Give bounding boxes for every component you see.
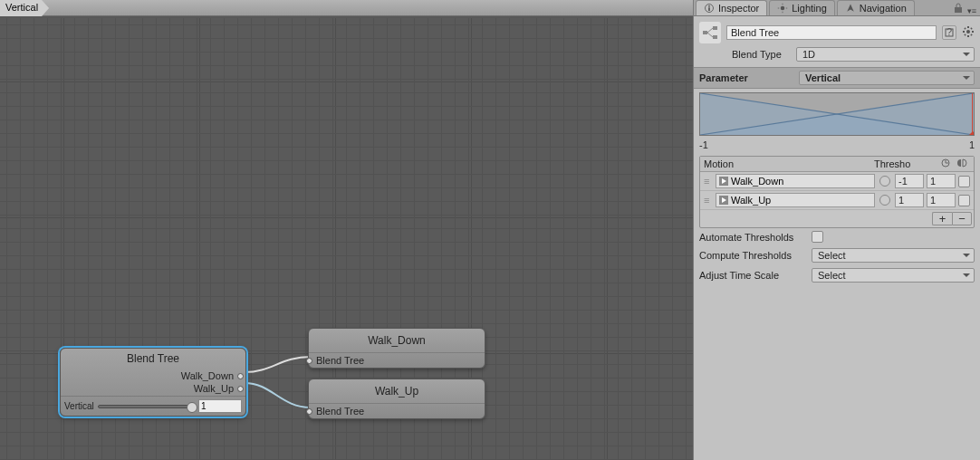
motion-row: ≡ Walk_Up	[700, 191, 974, 210]
panel-menu-icon[interactable]: ▾≡	[967, 6, 976, 15]
slider-thumb-icon[interactable]	[187, 402, 197, 413]
svg-line-20	[971, 34, 972, 35]
object-picker-button[interactable]	[879, 176, 890, 187]
port-dot-icon[interactable]	[306, 408, 312, 415]
tab-inspector[interactable]: Inspector	[696, 0, 767, 15]
motion-list: Motion Thresho ≡ Walk_Down ≡ Walk_Up	[699, 156, 975, 228]
svg-line-19	[965, 28, 966, 29]
parameter-label: Parameter	[699, 72, 799, 83]
node-title: Walk_Down	[309, 329, 485, 352]
svg-line-22	[971, 28, 972, 29]
help-button[interactable]: ?	[942, 25, 956, 40]
object-name-input[interactable]	[726, 25, 937, 40]
speed-input[interactable]	[927, 193, 956, 207]
info-icon	[704, 3, 715, 14]
svg-rect-11	[713, 35, 717, 39]
tab-navigation[interactable]: Navigation	[837, 0, 915, 15]
automate-checkbox[interactable]	[812, 231, 823, 243]
svg-line-21	[965, 34, 966, 35]
threshold-input[interactable]	[895, 174, 924, 188]
svg-point-14	[966, 30, 970, 34]
compute-label: Compute Thresholds	[699, 250, 808, 261]
port-dot-icon[interactable]	[306, 358, 312, 364]
node-title: Blend Tree	[61, 349, 245, 370]
add-motion-button[interactable]: +	[932, 212, 952, 225]
mirror-checkbox[interactable]	[958, 195, 970, 206]
node-value-input[interactable]	[198, 399, 242, 413]
inspector-panel: Inspector Lighting Navigation ▾≡ ? Blend…	[693, 0, 980, 460]
threshold-input[interactable]	[895, 193, 924, 207]
motion-field[interactable]: Walk_Down	[716, 174, 875, 188]
adjust-dropdown[interactable]: Select	[812, 268, 975, 283]
node-title: Walk_Up	[309, 379, 485, 403]
lock-icon[interactable]	[953, 3, 964, 14]
blend-type-dropdown[interactable]: 1D	[796, 47, 975, 62]
node-port: Walk_Down	[61, 370, 245, 383]
motion-field[interactable]: Walk_Up	[716, 193, 875, 207]
drag-handle-icon[interactable]: ≡	[704, 195, 713, 206]
node-port: Walk_Up	[61, 383, 245, 396]
range-max: 1	[969, 139, 975, 150]
motion-row: ≡ Walk_Down	[700, 172, 974, 191]
mirror-icon	[954, 158, 970, 169]
compute-dropdown[interactable]: Select	[812, 248, 975, 263]
tab-label: Navigation	[860, 3, 907, 14]
node-sub: Blend Tree	[309, 352, 485, 368]
blend-marker[interactable]	[972, 93, 973, 135]
breadcrumb-current[interactable]: Vertical	[0, 0, 49, 16]
node-slider[interactable]	[98, 405, 195, 408]
timescale-icon	[937, 158, 954, 169]
parameter-dropdown[interactable]: Vertical	[799, 71, 975, 85]
svg-point-3	[781, 6, 785, 11]
node-param-label: Vertical	[64, 401, 94, 411]
object-picker-button[interactable]	[879, 195, 890, 206]
col-motion: Motion	[704, 158, 874, 169]
svg-rect-2	[708, 5, 710, 7]
mirror-checkbox[interactable]	[958, 176, 970, 187]
tab-label: Inspector	[718, 3, 759, 14]
drag-handle-icon[interactable]: ≡	[704, 176, 713, 187]
svg-rect-9	[703, 31, 707, 34]
gear-icon[interactable]	[962, 25, 975, 40]
animator-graph-panel[interactable]: Vertical Blend Tree Walk_Down Walk_Up Ve…	[0, 0, 693, 460]
blend-diagram[interactable]	[699, 92, 975, 136]
port-dot-icon[interactable]	[237, 373, 244, 379]
graph-breadcrumb-bar	[0, 0, 693, 16]
inspector-tabbar: Inspector Lighting Navigation ▾≡	[694, 0, 980, 16]
tab-lighting[interactable]: Lighting	[769, 0, 835, 15]
speed-input[interactable]	[927, 174, 956, 188]
svg-rect-10	[713, 26, 717, 30]
blend-tree-node[interactable]: Blend Tree Walk_Down Walk_Up Vertical	[60, 348, 246, 417]
navigation-icon	[845, 3, 856, 14]
sun-icon	[777, 3, 788, 14]
svg-rect-8	[955, 7, 962, 13]
clip-icon	[719, 177, 728, 186]
blend-type-label: Blend Type	[732, 49, 791, 60]
col-threshold: Thresho	[874, 158, 937, 169]
port-dot-icon[interactable]	[237, 386, 244, 392]
tab-label: Lighting	[792, 3, 827, 14]
clip-icon	[719, 196, 728, 205]
motion-node-walk-up[interactable]: Walk_Up Blend Tree	[308, 379, 485, 419]
svg-rect-1	[708, 7, 710, 11]
blend-tree-icon	[699, 22, 721, 43]
range-min: -1	[699, 139, 708, 150]
automate-label: Automate Thresholds	[699, 232, 808, 243]
svg-text:?: ?	[946, 28, 952, 37]
motion-node-walk-down[interactable]: Walk_Down Blend Tree	[308, 328, 485, 369]
node-sub: Blend Tree	[309, 403, 485, 418]
remove-motion-button[interactable]: −	[952, 212, 972, 225]
adjust-label: Adjust Time Scale	[699, 270, 808, 281]
